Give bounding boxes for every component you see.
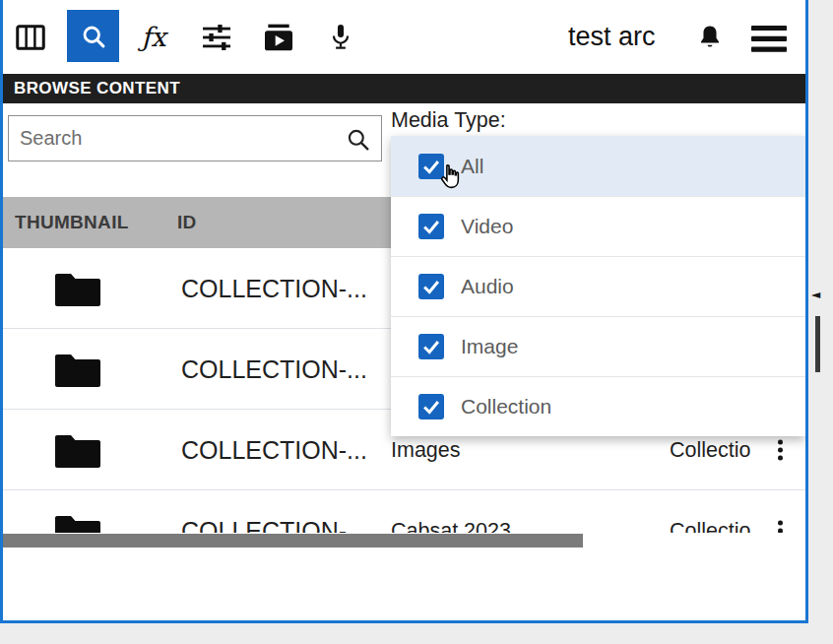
frame-border-bottom xyxy=(0,620,808,623)
app-window: ƒx xyxy=(0,0,808,623)
media-type-option-all[interactable]: All xyxy=(391,136,805,196)
cell-id: COLLECTION-... xyxy=(181,517,367,534)
kebab-menu-button[interactable] xyxy=(774,436,787,465)
horizontal-scrollbar-track xyxy=(0,533,805,547)
search-tab-button[interactable] xyxy=(67,10,119,62)
media-type-option-image[interactable]: Image xyxy=(391,316,805,376)
folder-icon xyxy=(54,269,101,308)
folder-icon xyxy=(54,350,101,389)
search-icon xyxy=(80,23,107,50)
right-gutter xyxy=(808,0,833,644)
notifications-button[interactable] xyxy=(693,20,727,55)
cell-type: Collectio xyxy=(670,519,750,534)
toolbar: ƒx xyxy=(0,0,805,74)
checkbox-checked-icon[interactable] xyxy=(418,334,444,359)
cell-id: COLLECTION-... xyxy=(181,355,367,384)
media-type-option-video[interactable]: Video xyxy=(391,196,805,256)
cell-id: COLLECTION-... xyxy=(181,275,367,303)
checkbox-checked-icon[interactable] xyxy=(418,214,444,239)
checkbox-checked-icon[interactable] xyxy=(418,154,444,179)
column-header-id[interactable]: ID xyxy=(177,197,197,248)
browse-content-bar: BROWSE CONTENT xyxy=(0,74,805,103)
cell-type: Collectio xyxy=(670,438,750,463)
vertical-scrollbar-thumb[interactable] xyxy=(815,316,820,372)
microphone-icon xyxy=(328,20,353,55)
filters-button[interactable] xyxy=(199,22,234,53)
media-type-option-audio[interactable]: Audio xyxy=(391,256,805,316)
horizontal-scrollbar-thumb[interactable] xyxy=(0,534,583,547)
cell-title: Images xyxy=(391,438,461,463)
search-box xyxy=(8,115,382,161)
workspace-title: test arc xyxy=(568,22,656,52)
menu-button[interactable] xyxy=(749,23,789,54)
filmstrip-icon xyxy=(16,24,45,51)
option-label: Image xyxy=(461,335,518,358)
checkbox-checked-icon[interactable] xyxy=(418,394,444,419)
filmstrip-button[interactable] xyxy=(14,22,47,53)
cell-title: Cabsat 2023 xyxy=(391,519,511,534)
media-type-label: Media Type: xyxy=(391,108,506,133)
paginator: Items per page: 10 1 – 10 of 282 xyxy=(0,547,805,620)
panel-collapse-arrow-icon[interactable]: ◄ xyxy=(811,288,820,301)
option-label: All xyxy=(461,155,483,178)
media-type-option-collection[interactable]: Collection xyxy=(391,376,805,436)
option-label: Audio xyxy=(461,275,514,298)
option-label: Collection xyxy=(461,395,551,419)
sliders-icon xyxy=(201,24,232,51)
option-label: Video xyxy=(461,215,513,238)
hamburger-icon xyxy=(751,26,787,52)
effects-button[interactable]: ƒx xyxy=(134,18,173,55)
cell-id: COLLECTION-... xyxy=(181,436,367,465)
checkbox-checked-icon[interactable] xyxy=(418,274,444,299)
search-submit-icon[interactable] xyxy=(346,127,371,153)
frame-border-right xyxy=(805,0,808,623)
folder-icon xyxy=(54,511,101,533)
bell-icon xyxy=(696,23,724,52)
search-input[interactable] xyxy=(9,116,381,161)
media-type-dropdown: All Video Audio Image Collection xyxy=(391,136,805,436)
video-library-icon xyxy=(263,23,294,52)
frame-border-left xyxy=(0,0,3,623)
kebab-menu-button[interactable] xyxy=(774,517,787,533)
table-row[interactable]: COLLECTION-... Cabsat 2023 Collectio xyxy=(0,490,805,533)
microphone-button[interactable] xyxy=(326,18,355,57)
folder-icon xyxy=(54,430,101,470)
fx-icon: ƒx xyxy=(141,22,165,52)
column-header-thumbnail[interactable]: THUMBNAIL xyxy=(15,197,129,248)
video-library-button[interactable] xyxy=(261,22,296,53)
